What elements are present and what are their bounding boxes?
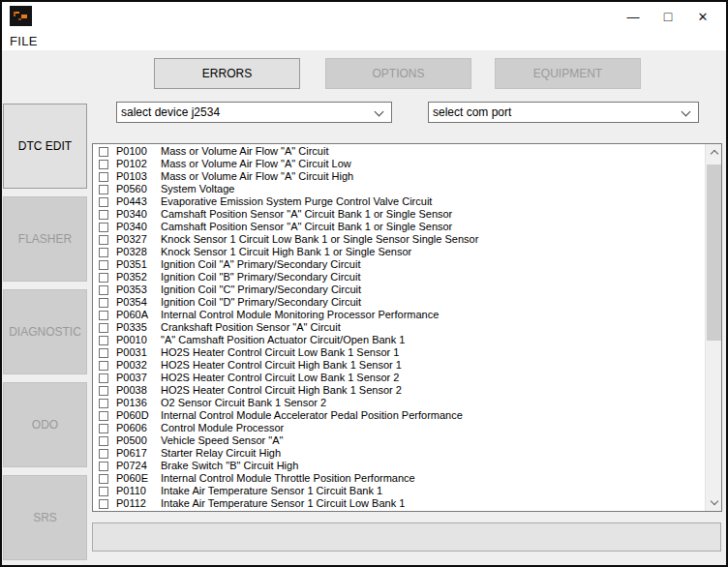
device-select[interactable]: salect device j2534 (116, 102, 392, 123)
dtc-checkbox[interactable] (99, 449, 108, 459)
dtc-row[interactable]: P0340 Camshaft Position Sensor "A" Circu… (93, 208, 705, 221)
dtc-checkbox[interactable] (99, 399, 108, 408)
dtc-checkbox[interactable] (99, 361, 108, 371)
dtc-row[interactable]: P0617 Starter Relay Circuit High (93, 447, 705, 460)
vertical-scrollbar[interactable] (705, 144, 721, 511)
dtc-checkbox[interactable] (99, 323, 108, 333)
dtc-checkbox[interactable] (99, 336, 108, 345)
dtc-row[interactable]: P0038 HO2S Heater Control Circuit High B… (93, 384, 705, 397)
dtc-checkbox[interactable] (99, 386, 108, 396)
dtc-checkbox[interactable] (99, 462, 108, 471)
dtc-checkbox[interactable] (99, 260, 108, 270)
dtc-code: P0340 (116, 221, 161, 233)
title-bar[interactable]: — □ ✕ (2, 2, 726, 31)
dtc-row[interactable]: P0136 O2 Sensor Circuit Bank 1 Sensor 2 (93, 397, 705, 409)
dtc-row[interactable]: P0560 System Voltage (93, 183, 705, 195)
dtc-code: P0032 (116, 359, 161, 372)
dtc-checkbox[interactable] (99, 235, 108, 245)
dtc-row[interactable]: P0724 Brake Switch "B" Circuit High (93, 460, 705, 472)
dtc-row[interactable]: P0606 Control Module Processor (93, 422, 705, 434)
dtc-checkbox[interactable] (99, 172, 108, 182)
dtc-checkbox[interactable] (99, 348, 108, 358)
scroll-down-icon[interactable] (706, 494, 722, 511)
sidebar-item-diagnostic[interactable]: DIAGNOSTIC (3, 289, 87, 374)
dtc-row[interactable]: P0335 Crankshaft Position Sensor "A" Cir… (93, 321, 705, 334)
dtc-row[interactable]: P0354 Ignition Coil "D" Primary/Secondar… (93, 296, 705, 309)
dtc-row[interactable]: P0340 Camshaft Position Sensor "A" Circu… (93, 221, 705, 233)
menu-file[interactable]: FILE (10, 31, 38, 50)
tab-equipment[interactable]: EQUIPMENT (495, 58, 641, 89)
sidebar-item-odo[interactable]: ODO (3, 382, 87, 467)
com-port-select[interactable]: select com port (428, 102, 699, 123)
dtc-row[interactable]: P0352 Ignition Coil "B" Primary/Secondar… (93, 271, 705, 284)
scrollbar-thumb[interactable] (707, 164, 721, 341)
dtc-row[interactable]: P0328 Knock Sensor 1 Circuit High Bank 1… (93, 246, 705, 258)
dtc-checkbox[interactable] (99, 147, 108, 157)
dtc-checkbox[interactable] (99, 474, 108, 484)
dtc-code: P0606 (116, 422, 161, 434)
dtc-row[interactable]: P060A Internal Control Module Monitoring… (93, 309, 705, 321)
dtc-checkbox[interactable] (99, 248, 108, 257)
dtc-code: P0327 (116, 233, 161, 246)
dtc-description: Camshaft Position Sensor "A" Circuit Ban… (161, 221, 705, 233)
dtc-row[interactable]: P0353 Ignition Coil "C" Primary/Secondar… (93, 284, 705, 296)
dtc-checkbox[interactable] (99, 436, 108, 446)
dtc-row[interactable]: P0327 Knock Sensor 1 Circuit Low Bank 1 … (93, 233, 705, 246)
minimize-icon[interactable]: — (616, 2, 651, 31)
dtc-code: P0328 (116, 246, 161, 258)
dtc-row[interactable]: P0110 Intake Air Temperature Sensor 1 Ci… (93, 485, 705, 497)
dtc-code: P0110 (116, 485, 161, 497)
dtc-code: P0031 (116, 346, 161, 359)
dtc-checkbox[interactable] (99, 298, 108, 308)
dtc-row[interactable]: P0031 HO2S Heater Control Circuit Low Ba… (93, 346, 705, 359)
dtc-list: P0100 Mass or Volume Air Flow "A" Circui… (93, 145, 705, 511)
dtc-checkbox[interactable] (99, 160, 108, 169)
dtc-listbox: P0100 Mass or Volume Air Flow "A" Circui… (92, 143, 722, 512)
dtc-row[interactable]: P0037 HO2S Heater Control Circuit Low Ba… (93, 372, 705, 384)
dtc-checkbox[interactable] (99, 285, 108, 295)
dtc-row[interactable]: P0102 Mass or Volume Air Flow "A" Circui… (93, 158, 705, 170)
dtc-checkbox[interactable] (99, 273, 108, 283)
dtc-checkbox[interactable] (99, 185, 108, 194)
sidebar-item-flasher[interactable]: FLASHER (3, 196, 87, 282)
dtc-row[interactable]: P060D Internal Control Module Accelerato… (93, 409, 705, 422)
sidebar-item-dtc-edit[interactable]: DTC EDIT (3, 104, 87, 189)
dtc-description: Knock Sensor 1 Circuit High Bank 1 or Si… (161, 246, 705, 258)
content-area: ERRORS OPTIONS EQUIPMENT DTC EDIT FLASHE… (2, 50, 726, 565)
dtc-description: Ignition Coil "A" Primary/Secondary Circ… (161, 258, 705, 271)
dtc-row[interactable]: P060E Internal Control Module Throttle P… (93, 472, 705, 485)
dtc-description: Starter Relay Circuit High (161, 447, 705, 460)
dtc-row[interactable]: P0112 Intake Air Temperature Sensor 1 Ci… (93, 497, 705, 510)
dtc-row[interactable]: P0500 Vehicle Speed Sensor "A" (93, 434, 705, 447)
dtc-checkbox[interactable] (99, 223, 108, 232)
dtc-checkbox[interactable] (99, 197, 108, 207)
dtc-checkbox[interactable] (99, 424, 108, 433)
tab-options[interactable]: OPTIONS (325, 58, 471, 89)
dtc-row[interactable]: P0103 Mass or Volume Air Flow "A" Circui… (93, 170, 705, 183)
dtc-code: P0617 (116, 447, 161, 460)
dtc-code: P0500 (116, 434, 161, 447)
dtc-checkbox[interactable] (99, 311, 108, 320)
dtc-checkbox[interactable] (99, 411, 108, 421)
dtc-code: P0103 (116, 170, 161, 183)
dtc-checkbox[interactable] (99, 210, 108, 220)
tab-errors[interactable]: ERRORS (154, 58, 300, 89)
dtc-code: P0136 (116, 397, 161, 409)
maximize-icon[interactable]: □ (651, 2, 685, 31)
dtc-row[interactable]: P0032 HO2S Heater Control Circuit High B… (93, 359, 705, 372)
dtc-row[interactable]: P0010 "A" Camshaft Position Actuator Cir… (93, 334, 705, 346)
device-select-value: salect device j2534 (121, 105, 220, 119)
sidebar-item-srs[interactable]: SRS (3, 475, 87, 560)
dtc-row[interactable]: P0443 Evaporative Emission System Purge … (93, 195, 705, 208)
dtc-checkbox[interactable] (99, 487, 108, 496)
dtc-row[interactable]: P0100 Mass or Volume Air Flow "A" Circui… (93, 145, 705, 158)
dtc-code: P0353 (116, 284, 161, 296)
dtc-description: HO2S Heater Control Circuit Low Bank 1 S… (161, 346, 705, 359)
dtc-code: P060D (116, 409, 161, 422)
dtc-checkbox[interactable] (99, 373, 108, 383)
scroll-up-icon[interactable] (706, 144, 722, 161)
dtc-row[interactable]: P0351 Ignition Coil "A" Primary/Secondar… (93, 258, 705, 271)
dtc-checkbox[interactable] (99, 499, 108, 509)
close-icon[interactable]: ✕ (685, 2, 720, 31)
menu-bar: FILE (2, 31, 726, 50)
